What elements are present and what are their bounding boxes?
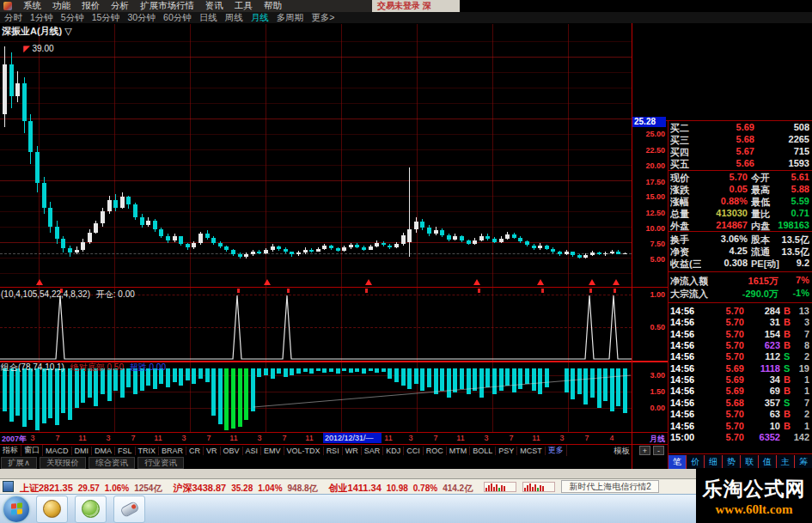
indicator-tab[interactable]: 窗口 xyxy=(21,445,43,456)
hist-bar xyxy=(22,368,27,427)
indicator-tab[interactable]: ROC xyxy=(424,447,447,455)
period-item[interactable]: 月线 xyxy=(251,12,269,24)
period-item[interactable]: 日线 xyxy=(199,12,217,24)
trade-row: 14:565.70623B8 xyxy=(669,340,812,351)
menu-item[interactable]: 分析 xyxy=(111,0,129,12)
period-item[interactable]: 周线 xyxy=(225,12,243,24)
quote-tab[interactable]: 主 xyxy=(776,455,794,469)
hist-bar xyxy=(349,368,353,373)
period-item[interactable]: 分时 xyxy=(4,12,22,24)
indicator1-caption: (10,4,105,54,22,4,8,32) 开仓: 0.00 xyxy=(1,289,135,301)
period-item[interactable]: 多周期 xyxy=(277,12,304,24)
period-item[interactable]: 更多> xyxy=(311,12,334,24)
taskbar-app-stock[interactable] xyxy=(36,496,68,523)
quote-tab[interactable]: 筹 xyxy=(794,455,812,469)
indicator-tab[interactable]: MTM xyxy=(447,447,471,455)
indicator-tab[interactable]: DMA xyxy=(92,447,115,455)
period-item[interactable]: 1分钟 xyxy=(30,12,53,24)
menu-item[interactable]: 功能 xyxy=(52,0,70,12)
quote-tab[interactable]: 笔 xyxy=(669,455,686,469)
trade-time: 14:56 xyxy=(670,374,699,386)
axis-label: 10.00 xyxy=(634,224,665,233)
index-quote-part: 10.98 xyxy=(387,483,408,493)
field-value: 9.2 xyxy=(770,258,809,269)
indicator-tab[interactable]: MACD xyxy=(43,447,72,455)
quote-tab[interactable]: 价 xyxy=(686,455,704,469)
indicator-tab[interactable]: RSI xyxy=(324,447,343,455)
index-quote-part: 29.57 xyxy=(78,483,100,493)
period-item[interactable]: 60分钟 xyxy=(163,12,192,24)
indicator-tab[interactable]: VOL-TDX xyxy=(284,447,324,455)
candle xyxy=(597,252,601,254)
trade-time: 15:00 xyxy=(670,432,699,443)
period-item[interactable]: 30分钟 xyxy=(127,12,156,24)
hist-bar xyxy=(186,368,190,380)
indicator-tab[interactable]: FSL xyxy=(115,447,136,455)
menu-item[interactable]: 扩展市场行情 xyxy=(140,0,194,12)
hist-bar xyxy=(244,368,248,420)
period-item[interactable]: 15分钟 xyxy=(92,12,120,24)
menu-item[interactable]: 系统 xyxy=(23,0,41,12)
candle xyxy=(532,246,536,249)
extension-tab[interactable]: 扩展∧ xyxy=(1,457,37,469)
indicator-tab[interactable]: SAR xyxy=(362,447,384,455)
trade-volume: 154 xyxy=(744,329,780,340)
tools-app-icon xyxy=(119,501,139,518)
candle xyxy=(88,233,92,242)
template-label[interactable]: 模板 xyxy=(614,446,630,457)
window-bottom-strip xyxy=(0,469,812,478)
quote-tab[interactable]: 值 xyxy=(758,455,776,469)
menu-item[interactable]: 帮助 xyxy=(264,0,282,12)
indicator-tab[interactable]: OBV xyxy=(221,447,243,455)
indicator-tab[interactable]: BOLL xyxy=(470,447,496,455)
indicator-tab[interactable]: CR xyxy=(186,447,204,455)
indicator-tab[interactable]: 指标 xyxy=(0,445,21,456)
extension-tab[interactable]: 综合资讯 xyxy=(89,457,135,469)
candle xyxy=(271,246,275,250)
indicator-tab[interactable]: MCST xyxy=(517,447,546,455)
menu-item[interactable]: 工具 xyxy=(235,0,253,12)
trade-time: 14:56 xyxy=(670,329,699,340)
indicator-tab[interactable]: DMI xyxy=(72,447,93,455)
date-highlight[interactable]: 2012/12/31/— xyxy=(323,433,382,443)
signal-tick-icon xyxy=(287,289,290,293)
indicator-tab[interactable]: KDJ xyxy=(383,447,404,455)
menu-item[interactable]: 资讯 xyxy=(205,0,223,12)
trade-price: 5.70 xyxy=(699,409,744,420)
quote-tab[interactable]: 势 xyxy=(722,455,740,469)
signal-tick-icon xyxy=(614,289,616,293)
extension-tab[interactable]: 关联报价 xyxy=(40,457,86,469)
hist-bar xyxy=(499,368,504,391)
indicator-tab[interactable]: VR xyxy=(204,447,221,455)
indicator-tab[interactable]: PSY xyxy=(496,447,517,455)
candle xyxy=(434,230,438,234)
taskbar-app-tools[interactable] xyxy=(113,496,145,523)
indicator-tab[interactable]: BRAR xyxy=(159,447,186,455)
indicator-tab[interactable]: ASI xyxy=(243,447,262,455)
indicator-tab[interactable]: EMV xyxy=(261,447,284,455)
quote-tab[interactable]: 联 xyxy=(740,455,758,469)
extension-tab[interactable]: 行业资讯 xyxy=(137,457,184,469)
bid-label: 买二 xyxy=(670,122,699,133)
period-item[interactable]: 5分钟 xyxy=(61,12,84,24)
symbol-label[interactable]: 深振业A(月线) ▽ xyxy=(2,25,72,38)
candle xyxy=(616,252,620,254)
quote-tab[interactable]: 细 xyxy=(704,455,722,469)
hist-bar xyxy=(382,368,386,372)
candle xyxy=(3,64,7,114)
indicator-tab[interactable]: TRIX xyxy=(136,447,160,455)
trade-price: 5.69 xyxy=(699,374,744,386)
field-label: 涨跌 xyxy=(670,184,701,195)
zoom-in-button[interactable]: + xyxy=(639,446,650,455)
candle xyxy=(35,152,40,183)
indicator-tab[interactable]: 更多 xyxy=(546,445,567,456)
candle xyxy=(120,197,125,208)
menu-item[interactable]: 报价 xyxy=(82,0,100,12)
start-button[interactable] xyxy=(3,496,29,522)
indicator2-params: 组合(78,74,10,1) xyxy=(1,362,64,372)
zoom-out-button[interactable]: - xyxy=(653,446,664,455)
taskbar-app-browser[interactable] xyxy=(75,496,107,523)
indicator-tab[interactable]: WR xyxy=(343,447,362,455)
watermark: 乐淘公式网 www.60lt.com xyxy=(696,468,812,523)
indicator-tab[interactable]: CCI xyxy=(404,447,424,455)
